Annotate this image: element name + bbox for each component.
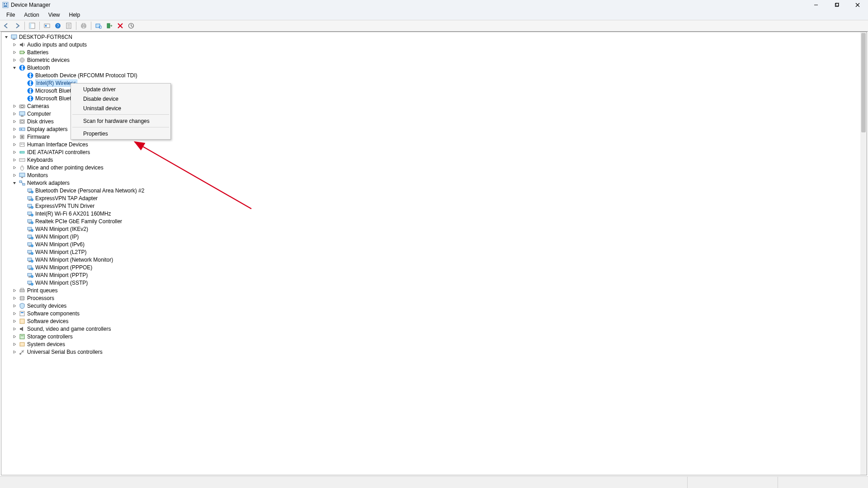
context-menu-item[interactable]: Scan for hardware changes (71, 116, 170, 126)
tree-node[interactable]: Intel(R) Wi-Fi 6 AX201 160MHz (1, 210, 860, 217)
tree-node-label: Cameras (27, 103, 49, 109)
chevron-right-icon[interactable] (11, 42, 18, 48)
vertical-scrollbar[interactable] (860, 32, 867, 475)
tree-node[interactable]: ExpressVPN TAP Adapter (1, 194, 860, 202)
chevron-right-icon[interactable] (11, 141, 18, 148)
chevron-right-icon[interactable] (11, 303, 18, 309)
tree-node[interactable]: Bluetooth Device (Personal Area Network)… (1, 187, 860, 194)
uninstall-icon[interactable] (116, 21, 125, 30)
tree-node[interactable]: Bluetooth Device (RFCOMM Protocol TDI) (1, 71, 860, 79)
svg-point-98 (31, 260, 33, 262)
chevron-right-icon[interactable] (11, 126, 18, 132)
chevron-right-icon[interactable] (11, 103, 18, 109)
statusbar (0, 476, 868, 488)
tree-node[interactable]: Security devices (1, 302, 860, 310)
svg-point-77 (31, 206, 33, 208)
print-icon[interactable] (79, 21, 88, 30)
tree-node[interactable]: ExpressVPN TUN Driver (1, 202, 860, 210)
context-menu-item[interactable]: Uninstall device (71, 103, 170, 113)
chevron-right-icon[interactable] (11, 164, 18, 171)
scrollbar-thumb[interactable] (861, 33, 866, 132)
menu-action[interactable]: Action (19, 11, 43, 19)
tree-node[interactable]: Batteries (1, 48, 860, 56)
tree-node[interactable]: IDE ATA/ATAPI controllers (1, 148, 860, 156)
chevron-right-icon[interactable] (11, 341, 18, 347)
chevron-right-icon[interactable] (11, 310, 18, 317)
chevron-right-icon[interactable] (11, 287, 18, 294)
tree-node[interactable]: Storage controllers (1, 333, 860, 340)
chevron-down-icon[interactable] (11, 180, 18, 186)
chevron-right-icon[interactable] (11, 118, 18, 125)
enable-icon[interactable] (105, 21, 114, 30)
chevron-right-icon[interactable] (11, 49, 18, 56)
tree-node[interactable]: Network adapters (1, 179, 860, 187)
tree-node[interactable]: WAN Miniport (SSTP) (1, 279, 860, 286)
menu-help[interactable]: Help (65, 11, 85, 19)
tree-node[interactable]: Software components (1, 310, 860, 317)
tree-node[interactable]: Audio inputs and outputs (1, 41, 860, 48)
svg-rect-70 (28, 192, 31, 193)
device-manager-icon[interactable] (42, 21, 52, 30)
context-menu-item[interactable]: Disable device (71, 94, 170, 103)
properties-icon[interactable] (64, 21, 73, 30)
tree-node[interactable]: Print queues (1, 286, 860, 294)
tree-node[interactable]: Sound, video and game controllers (1, 325, 860, 333)
svg-rect-75 (28, 204, 32, 207)
chevron-down-icon[interactable] (11, 65, 18, 71)
tree-node[interactable]: Universal Serial Bus controllers (1, 348, 860, 356)
tree-node[interactable]: WAN Miniport (PPPOE) (1, 263, 860, 271)
chevron-right-icon[interactable] (11, 111, 18, 117)
tree-node[interactable]: WAN Miniport (IP) (1, 233, 860, 240)
context-menu-item[interactable]: Update driver (71, 84, 170, 94)
svg-rect-94 (28, 253, 31, 254)
svg-point-101 (31, 267, 33, 270)
tree-node[interactable]: WAN Miniport (IPv6) (1, 240, 860, 248)
chevron-right-icon[interactable] (11, 295, 18, 301)
tree-node[interactable]: DESKTOP-FGTR6CN (1, 33, 860, 41)
chevron-right-icon[interactable] (11, 57, 18, 63)
tree-node[interactable]: Keyboards (1, 156, 860, 164)
tree-node[interactable]: Realtek PCIe GbE Family Controller (1, 217, 860, 225)
menu-view[interactable]: View (44, 11, 65, 19)
tree-node[interactable]: WAN Miniport (L2TP) (1, 248, 860, 256)
tree-node[interactable]: WAN Miniport (PPTP) (1, 271, 860, 279)
svg-rect-85 (28, 230, 31, 231)
computer-root-icon (10, 33, 18, 41)
close-button[interactable] (847, 0, 868, 10)
scan-hardware-icon[interactable] (94, 21, 103, 30)
chevron-right-icon[interactable] (11, 157, 18, 163)
chevron-right-icon[interactable] (11, 172, 18, 178)
context-menu-item[interactable]: Properties (71, 129, 170, 138)
tree-node[interactable]: WAN Miniport (IKEv2) (1, 225, 860, 233)
menu-file[interactable]: File (2, 11, 19, 19)
tree-node[interactable]: Software devices (1, 317, 860, 325)
forward-icon[interactable] (13, 21, 22, 30)
tree-node[interactable]: Bluetooth (1, 64, 860, 71)
tree-node[interactable]: Monitors (1, 171, 860, 179)
maximize-button[interactable] (826, 0, 847, 10)
help-icon[interactable]: ? (53, 21, 62, 30)
ide-icon (19, 149, 26, 156)
chevron-right-icon[interactable] (11, 134, 18, 140)
svg-rect-117 (20, 319, 24, 324)
tree-node[interactable]: WAN Miniport (Network Monitor) (1, 256, 860, 263)
chevron-right-icon[interactable] (11, 349, 18, 355)
tree-node[interactable]: Mice and other pointing devices (1, 164, 860, 171)
tree-node[interactable]: Processors (1, 294, 860, 302)
chevron-down-icon[interactable] (3, 34, 9, 40)
chevron-right-icon[interactable] (11, 326, 18, 332)
svg-rect-61 (23, 160, 24, 160)
update-driver-icon[interactable] (127, 21, 136, 30)
tree-node-label: Firmware (27, 134, 50, 140)
show-hide-tree-icon[interactable] (28, 21, 37, 30)
tree-node[interactable]: Human Interface Devices (1, 141, 860, 148)
tree-node[interactable]: System devices (1, 340, 860, 348)
chevron-right-icon[interactable] (11, 149, 18, 155)
chevron-right-icon[interactable] (11, 318, 18, 324)
svg-rect-97 (28, 261, 31, 262)
minimize-button[interactable] (806, 0, 826, 10)
back-icon[interactable] (2, 21, 11, 30)
svg-rect-1 (4, 3, 5, 5)
tree-node[interactable]: Biometric devices (1, 56, 860, 64)
chevron-right-icon[interactable] (11, 333, 18, 340)
